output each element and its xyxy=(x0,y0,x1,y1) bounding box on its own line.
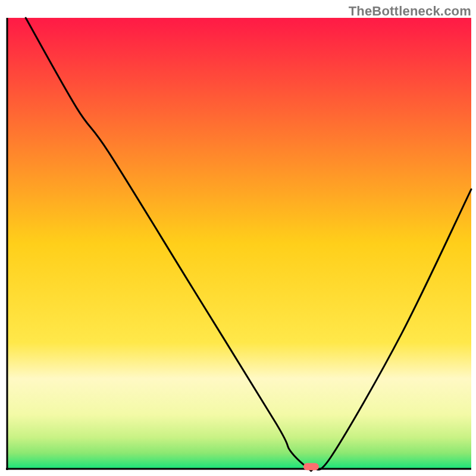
bottleneck-chart: TheBottleneck.com xyxy=(0,0,476,476)
watermark-text: TheBottleneck.com xyxy=(349,4,471,19)
plot-background xyxy=(7,18,471,469)
chart-canvas xyxy=(0,0,476,476)
optimum-marker xyxy=(303,463,319,470)
